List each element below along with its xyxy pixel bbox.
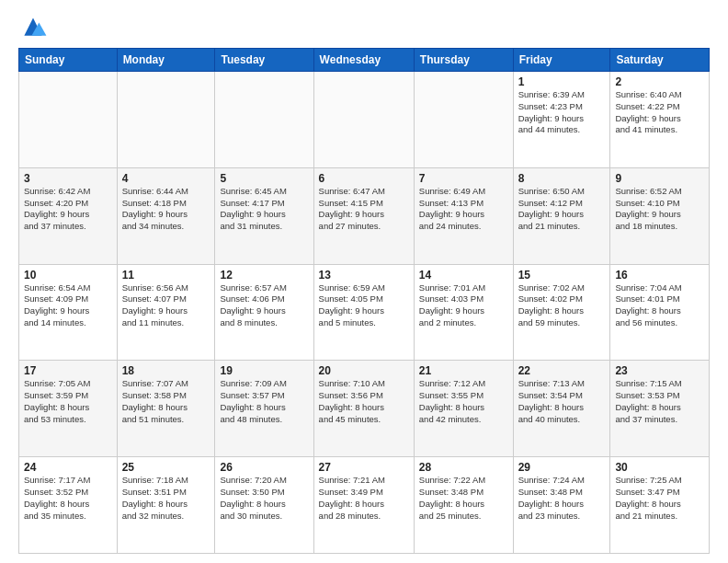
day-number: 24 [24, 461, 112, 474]
day-info: Sunrise: 7:25 AM Sunset: 3:47 PM Dayligh… [615, 475, 704, 522]
day-info: Sunrise: 7:10 AM Sunset: 3:56 PM Dayligh… [319, 378, 409, 425]
day-cell [313, 72, 414, 168]
day-number: 2 [615, 75, 704, 88]
day-info: Sunrise: 6:44 AM Sunset: 4:18 PM Dayligh… [122, 186, 210, 233]
day-number: 21 [419, 364, 508, 377]
day-info: Sunrise: 6:40 AM Sunset: 4:22 PM Dayligh… [615, 89, 704, 136]
day-number: 10 [24, 269, 112, 282]
day-number: 6 [319, 172, 409, 185]
day-cell: 7Sunrise: 6:49 AM Sunset: 4:13 PM Daylig… [414, 167, 513, 264]
day-cell: 18Sunrise: 7:07 AM Sunset: 3:58 PM Dayli… [117, 361, 215, 457]
day-number: 18 [122, 364, 210, 377]
day-cell: 9Sunrise: 6:52 AM Sunset: 4:10 PM Daylig… [610, 167, 710, 264]
day-cell: 24Sunrise: 7:17 AM Sunset: 3:52 PM Dayli… [19, 457, 118, 554]
day-cell: 23Sunrise: 7:15 AM Sunset: 3:53 PM Dayli… [610, 361, 710, 457]
day-cell: 10Sunrise: 6:54 AM Sunset: 4:09 PM Dayli… [19, 264, 118, 361]
day-number: 20 [319, 364, 409, 377]
day-cell [19, 72, 118, 168]
week-row-5: 24Sunrise: 7:17 AM Sunset: 3:52 PM Dayli… [19, 457, 710, 554]
day-cell: 22Sunrise: 7:13 AM Sunset: 3:54 PM Dayli… [513, 361, 610, 457]
day-cell: 12Sunrise: 6:57 AM Sunset: 4:06 PM Dayli… [215, 264, 313, 361]
logo [18, 15, 51, 40]
header-sunday: Sunday [19, 49, 118, 72]
day-number: 16 [615, 269, 704, 282]
day-number: 3 [24, 172, 112, 185]
day-info: Sunrise: 7:05 AM Sunset: 3:59 PM Dayligh… [24, 378, 112, 425]
week-row-1: 1Sunrise: 6:39 AM Sunset: 4:23 PM Daylig… [19, 72, 710, 168]
day-number: 9 [615, 172, 704, 185]
day-number: 25 [122, 461, 210, 474]
day-cell: 3Sunrise: 6:42 AM Sunset: 4:20 PM Daylig… [19, 167, 118, 264]
day-number: 12 [220, 269, 308, 282]
day-info: Sunrise: 7:13 AM Sunset: 3:54 PM Dayligh… [518, 378, 606, 425]
day-cell: 15Sunrise: 7:02 AM Sunset: 4:02 PM Dayli… [513, 264, 610, 361]
header-saturday: Saturday [610, 49, 710, 72]
day-info: Sunrise: 7:09 AM Sunset: 3:57 PM Dayligh… [220, 378, 308, 425]
day-info: Sunrise: 6:59 AM Sunset: 4:05 PM Dayligh… [319, 282, 409, 329]
day-cell: 29Sunrise: 7:24 AM Sunset: 3:48 PM Dayli… [513, 457, 610, 554]
day-info: Sunrise: 6:52 AM Sunset: 4:10 PM Dayligh… [615, 186, 704, 233]
header [18, 15, 710, 40]
day-number: 27 [319, 461, 409, 474]
day-cell: 25Sunrise: 7:18 AM Sunset: 3:51 PM Dayli… [117, 457, 215, 554]
day-info: Sunrise: 6:56 AM Sunset: 4:07 PM Dayligh… [122, 282, 210, 329]
day-number: 17 [24, 364, 112, 377]
week-row-4: 17Sunrise: 7:05 AM Sunset: 3:59 PM Dayli… [19, 361, 710, 457]
day-cell: 8Sunrise: 6:50 AM Sunset: 4:12 PM Daylig… [513, 167, 610, 264]
day-info: Sunrise: 7:12 AM Sunset: 3:55 PM Dayligh… [419, 378, 508, 425]
day-number: 30 [615, 461, 704, 474]
week-row-2: 3Sunrise: 6:42 AM Sunset: 4:20 PM Daylig… [19, 167, 710, 264]
day-number: 4 [122, 172, 210, 185]
day-number: 8 [518, 172, 606, 185]
week-row-3: 10Sunrise: 6:54 AM Sunset: 4:09 PM Dayli… [19, 264, 710, 361]
day-number: 5 [220, 172, 308, 185]
day-info: Sunrise: 7:04 AM Sunset: 4:01 PM Dayligh… [615, 282, 704, 329]
day-info: Sunrise: 7:24 AM Sunset: 3:48 PM Dayligh… [518, 475, 606, 522]
day-number: 14 [419, 269, 508, 282]
day-info: Sunrise: 7:21 AM Sunset: 3:49 PM Dayligh… [319, 475, 409, 522]
day-cell: 14Sunrise: 7:01 AM Sunset: 4:03 PM Dayli… [414, 264, 513, 361]
day-cell: 5Sunrise: 6:45 AM Sunset: 4:17 PM Daylig… [215, 167, 313, 264]
day-number: 15 [518, 269, 606, 282]
day-info: Sunrise: 6:42 AM Sunset: 4:20 PM Dayligh… [24, 186, 112, 233]
day-info: Sunrise: 7:01 AM Sunset: 4:03 PM Dayligh… [419, 282, 508, 329]
day-info: Sunrise: 6:39 AM Sunset: 4:23 PM Dayligh… [518, 89, 606, 136]
day-cell: 21Sunrise: 7:12 AM Sunset: 3:55 PM Dayli… [414, 361, 513, 457]
day-cell: 16Sunrise: 7:04 AM Sunset: 4:01 PM Dayli… [610, 264, 710, 361]
day-cell: 20Sunrise: 7:10 AM Sunset: 3:56 PM Dayli… [313, 361, 414, 457]
day-cell: 2Sunrise: 6:40 AM Sunset: 4:22 PM Daylig… [610, 72, 710, 168]
day-number: 11 [122, 269, 210, 282]
day-cell: 27Sunrise: 7:21 AM Sunset: 3:49 PM Dayli… [313, 457, 414, 554]
day-cell: 4Sunrise: 6:44 AM Sunset: 4:18 PM Daylig… [117, 167, 215, 264]
header-friday: Friday [513, 49, 610, 72]
day-cell: 6Sunrise: 6:47 AM Sunset: 4:15 PM Daylig… [313, 167, 414, 264]
calendar-table: SundayMondayTuesdayWednesdayThursdayFrid… [18, 48, 710, 554]
day-cell: 1Sunrise: 6:39 AM Sunset: 4:23 PM Daylig… [513, 72, 610, 168]
header-thursday: Thursday [414, 49, 513, 72]
day-info: Sunrise: 6:47 AM Sunset: 4:15 PM Dayligh… [319, 186, 409, 233]
day-info: Sunrise: 6:50 AM Sunset: 4:12 PM Dayligh… [518, 186, 606, 233]
day-number: 22 [518, 364, 606, 377]
day-cell: 11Sunrise: 6:56 AM Sunset: 4:07 PM Dayli… [117, 264, 215, 361]
day-number: 13 [319, 269, 409, 282]
day-info: Sunrise: 7:18 AM Sunset: 3:51 PM Dayligh… [122, 475, 210, 522]
logo-icon [18, 15, 48, 40]
day-info: Sunrise: 6:54 AM Sunset: 4:09 PM Dayligh… [24, 282, 112, 329]
day-info: Sunrise: 7:20 AM Sunset: 3:50 PM Dayligh… [220, 475, 308, 522]
day-info: Sunrise: 6:49 AM Sunset: 4:13 PM Dayligh… [419, 186, 508, 233]
day-info: Sunrise: 7:17 AM Sunset: 3:52 PM Dayligh… [24, 475, 112, 522]
day-number: 29 [518, 461, 606, 474]
page: SundayMondayTuesdayWednesdayThursdayFrid… [0, 0, 728, 563]
day-number: 28 [419, 461, 508, 474]
day-info: Sunrise: 6:57 AM Sunset: 4:06 PM Dayligh… [220, 282, 308, 329]
header-wednesday: Wednesday [313, 49, 414, 72]
day-number: 7 [419, 172, 508, 185]
day-number: 19 [220, 364, 308, 377]
day-info: Sunrise: 7:07 AM Sunset: 3:58 PM Dayligh… [122, 378, 210, 425]
day-info: Sunrise: 7:15 AM Sunset: 3:53 PM Dayligh… [615, 378, 704, 425]
day-cell [117, 72, 215, 168]
day-number: 26 [220, 461, 308, 474]
day-cell: 30Sunrise: 7:25 AM Sunset: 3:47 PM Dayli… [610, 457, 710, 554]
day-info: Sunrise: 6:45 AM Sunset: 4:17 PM Dayligh… [220, 186, 308, 233]
day-cell: 28Sunrise: 7:22 AM Sunset: 3:48 PM Dayli… [414, 457, 513, 554]
